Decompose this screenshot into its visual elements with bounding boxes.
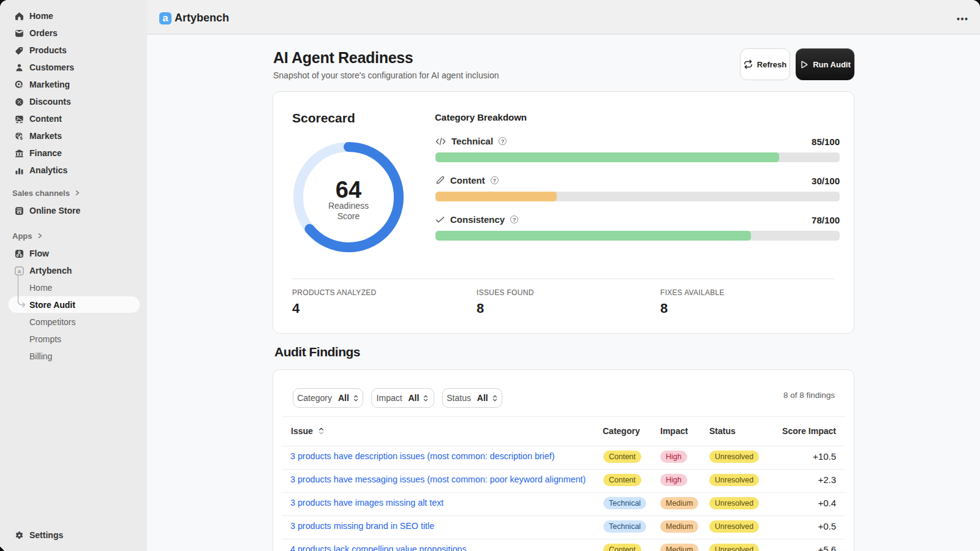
svg-text:a: a	[18, 267, 21, 274]
svg-text:$: $	[20, 135, 23, 140]
